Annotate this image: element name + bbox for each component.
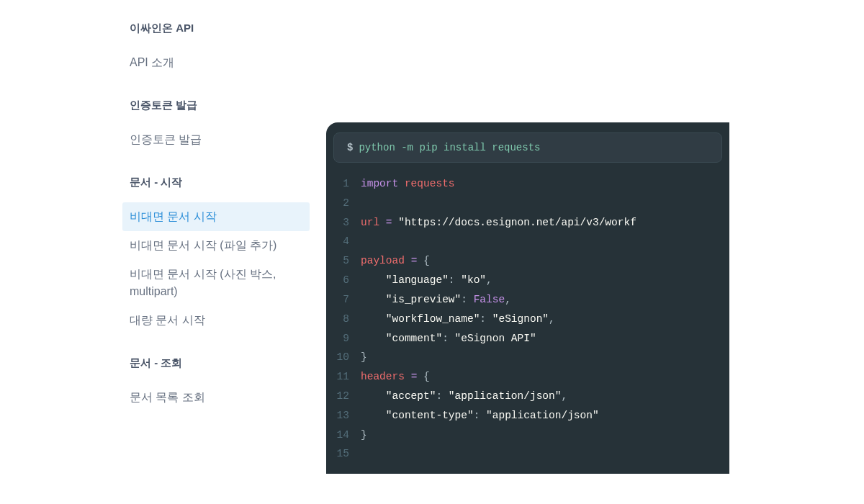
code-text: "is_preview": False,: [361, 290, 511, 310]
nav-item[interactable]: API 소개: [130, 48, 310, 77]
line-number: 12: [326, 387, 361, 406]
code-line: 5payload = {: [326, 251, 729, 271]
code-line: 12 "accept": "application/json",: [326, 387, 729, 406]
nav-item[interactable]: 비대면 문서 시작 (파일 추가): [130, 231, 310, 260]
code-line: 7 "is_preview": False,: [326, 290, 729, 310]
code-text: url = "https://docs.esignon.net/api/v3/w…: [361, 213, 636, 233]
code-text: "workflow_name": "eSignon",: [361, 310, 555, 329]
nav-item[interactable]: 비대면 문서 시작 (사진 박스, multipart): [130, 260, 310, 306]
nav-item[interactable]: 비대면 문서 시작: [122, 202, 310, 231]
prompt-symbol: $: [347, 142, 353, 153]
code-text: "language": "ko",: [361, 271, 492, 290]
code-text: }: [361, 426, 367, 445]
line-number: 10: [326, 348, 361, 367]
line-number: 2: [326, 194, 361, 213]
code-line: 9 "comment": "eSignon API": [326, 329, 729, 348]
line-number: 14: [326, 426, 361, 445]
line-number: 1: [326, 174, 361, 194]
code-text: headers = {: [361, 367, 430, 387]
code-text: }: [361, 348, 367, 367]
code-line: 4: [326, 232, 729, 251]
nav-section-title: 이싸인온 API: [130, 22, 310, 35]
code-line: 2: [326, 194, 729, 213]
line-number: 7: [326, 290, 361, 310]
code-body: 1import requests2 3url = "https://docs.e…: [326, 170, 729, 474]
line-number: 9: [326, 329, 361, 348]
code-text: "content-type": "application/json": [361, 406, 599, 426]
line-number: 13: [326, 406, 361, 426]
nav-section-title: 인증토큰 발급: [130, 99, 310, 112]
line-number: 15: [326, 444, 361, 464]
line-number: 8: [326, 310, 361, 329]
nav-section-title: 문서 - 시작: [130, 176, 310, 189]
line-number: 4: [326, 232, 361, 251]
nav-section-title: 문서 - 조회: [130, 356, 310, 370]
code-text: payload = {: [361, 251, 430, 271]
code-text: "comment": "eSignon API": [361, 329, 536, 348]
code-line: 11headers = {: [326, 367, 729, 387]
install-command: $python -m pip install requests: [333, 132, 722, 163]
code-line: 8 "workflow_name": "eSignon",: [326, 310, 729, 329]
code-line: 3url = "https://docs.esignon.net/api/v3/…: [326, 213, 729, 233]
line-number: 6: [326, 271, 361, 290]
line-number: 5: [326, 251, 361, 271]
line-number: 3: [326, 213, 361, 233]
line-number: 11: [326, 367, 361, 387]
code-text: [361, 444, 367, 464]
nav-item[interactable]: 인증토큰 발급: [130, 125, 310, 154]
nav-item[interactable]: 대량 문서 시작: [130, 306, 310, 335]
code-panel: $python -m pip install requests 1import …: [326, 122, 729, 474]
code-line: 15: [326, 444, 729, 464]
install-command-text: python -m pip install requests: [359, 142, 540, 153]
code-line: 10}: [326, 348, 729, 367]
code-text: [361, 232, 367, 251]
code-text: [361, 194, 367, 213]
code-text: "accept": "application/json",: [361, 387, 567, 406]
sidebar-nav: 이싸인온 APIAPI 소개인증토큰 발급인증토큰 발급문서 - 시작비대면 문…: [130, 22, 310, 412]
code-line: 13 "content-type": "application/json": [326, 406, 729, 426]
nav-item[interactable]: 문서 목록 조회: [130, 383, 310, 412]
code-line: 14}: [326, 426, 729, 445]
code-text: import requests: [361, 174, 455, 194]
code-line: 1import requests: [326, 174, 729, 194]
code-line: 6 "language": "ko",: [326, 271, 729, 290]
